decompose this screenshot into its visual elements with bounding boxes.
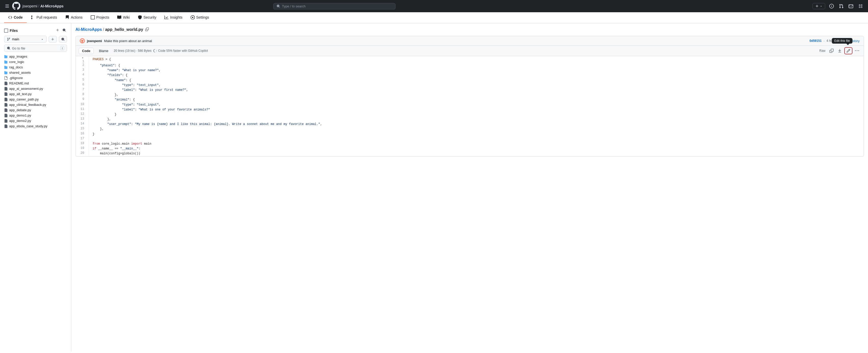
add-folder-button[interactable]: [49, 36, 57, 42]
github-logo: [12, 2, 21, 11]
tab-code[interactable]: Code: [4, 12, 27, 23]
more-options-button[interactable]: [854, 48, 861, 54]
file-app-career-path-label: app_career_path.py: [9, 97, 39, 101]
commit-message: Make this poem about an animal: [104, 39, 152, 43]
new-button[interactable]: [812, 3, 825, 9]
tab-insights[interactable]: Insights: [160, 12, 186, 23]
file-app-alt-text-label: app_alt_text.py: [9, 92, 32, 96]
search-key-badge: t: [60, 46, 64, 50]
table-row: 11 "label": "What is one of your favorit…: [76, 107, 864, 112]
code-table: ▾ 1 PHASES = { 2 "phase1": { 3 "name": "…: [76, 56, 864, 156]
tab-security[interactable]: Security: [134, 12, 160, 23]
table-row: 6 "type": "text_input",: [76, 83, 864, 88]
table-row: 12 }: [76, 112, 864, 117]
commit-avatar: [80, 38, 85, 43]
sidebar: Files main: [0, 23, 71, 351]
expand-button-1[interactable]: ▾: [81, 56, 84, 59]
table-row: 13 },: [76, 117, 864, 122]
download-button[interactable]: [836, 48, 843, 54]
sidebar-title: Files: [10, 29, 18, 33]
copy-path-icon[interactable]: [145, 28, 149, 32]
table-row: 10 "type": "text_input",: [76, 102, 864, 107]
repo-path: jswopemi / AI-MicroApps: [23, 4, 63, 8]
extensions-button[interactable]: [857, 3, 864, 9]
add-file-button[interactable]: [55, 27, 60, 34]
folder-shared-assets[interactable]: shared_assets: [2, 70, 69, 75]
sidebar-header: Files: [0, 27, 71, 36]
file-tree: app_images core_logic rag_docs shared_as…: [0, 54, 71, 129]
copy-raw-button[interactable]: [828, 48, 835, 54]
hamburger-button[interactable]: [4, 3, 10, 9]
table-row: 14 "user_prompt": "My name is {name} and…: [76, 122, 864, 127]
file-gitignore[interactable]: .gitignore: [2, 75, 69, 81]
tab-actions[interactable]: Actions: [61, 12, 87, 23]
file-app-ebola-case-study[interactable]: app_ebola_case_study.py: [2, 123, 69, 129]
repo-owner-link[interactable]: jswopemi: [23, 4, 37, 8]
search-bar[interactable]: Type / to search: [273, 3, 396, 9]
main-layout: Files main: [0, 23, 868, 351]
commit-author: jswopemi: [87, 39, 102, 43]
tab-wiki[interactable]: Wiki: [113, 12, 133, 23]
folder-core-logic[interactable]: core_logic: [2, 59, 69, 64]
tab-settings[interactable]: Settings: [187, 12, 213, 23]
table-row: 16 }: [76, 132, 864, 137]
search-file-bar[interactable]: Go to file t: [4, 45, 67, 52]
raw-button[interactable]: Raw: [818, 48, 827, 54]
table-row: ▾ 1 PHASES = {: [76, 56, 864, 63]
code-tab-button[interactable]: Code: [79, 48, 94, 54]
table-row: 5 "name": {: [76, 78, 864, 83]
file-app-clinical-feedback[interactable]: app_clinical_feedback.py: [2, 102, 69, 107]
commit-bar: jswopemi Make this poem about an animal …: [75, 36, 864, 46]
branch-selector: main: [4, 36, 67, 42]
issues-button[interactable]: [828, 3, 835, 9]
folder-rag-docs-label: rag_docs: [9, 65, 23, 69]
search-file-label: Go to file: [12, 47, 25, 50]
content: AI-MicroApps / app_hello_world.py jswope…: [71, 23, 868, 351]
breadcrumb-file: app_hello_world.py: [105, 27, 143, 32]
file-app-demo1-label: app_demo1.py: [9, 114, 31, 117]
search-sidebar-button[interactable]: [59, 36, 67, 42]
branch-name: main: [12, 37, 19, 41]
search-file-button[interactable]: [61, 27, 67, 34]
file-app-ai-assessment[interactable]: app_ai_assessment.py: [2, 86, 69, 91]
commit-time: ·: [824, 39, 825, 42]
file-readme-label: README.md: [9, 81, 29, 85]
pulls-button[interactable]: [838, 3, 844, 9]
branch-button[interactable]: main: [4, 36, 46, 42]
file-app-clinical-feedback-label: app_clinical_feedback.py: [9, 103, 46, 107]
folder-rag-docs[interactable]: rag_docs: [2, 64, 69, 70]
table-row: 19 if __name__ == "__main__":: [76, 146, 864, 151]
blame-tab-button[interactable]: Blame: [96, 48, 112, 54]
inbox-button[interactable]: [847, 3, 854, 9]
file-app-debate-label: app_debate.py: [9, 108, 31, 112]
file-readme[interactable]: README.md: [2, 81, 69, 86]
repo-tabs: Code Pull requests Actions Projects Wiki…: [0, 12, 868, 23]
file-app-demo1[interactable]: app_demo1.py: [2, 113, 69, 118]
file-gitignore-label: .gitignore: [9, 76, 23, 80]
file-app-demo2-label: app_demo2.py: [9, 119, 31, 123]
file-app-debate[interactable]: app_debate.py: [2, 107, 69, 113]
file-app-demo2[interactable]: app_demo2.py: [2, 118, 69, 123]
table-row: 20 main(config=globals()): [76, 151, 864, 156]
table-row: 2 "phase1": {: [76, 63, 864, 68]
code-toolbar: Code Blame 20 lines (19 loc) · 586 Bytes…: [75, 46, 864, 56]
table-row: 9 "animal": {: [76, 97, 864, 102]
code-content: ▾ 1 PHASES = { 2 "phase1": { 3 "name": "…: [75, 56, 864, 156]
file-app-ai-assessment-label: app_ai_assessment.py: [9, 87, 43, 91]
table-row: 18 from core_logic.main import main: [76, 142, 864, 146]
table-row: 15 },: [76, 127, 864, 131]
breadcrumb-repo-link[interactable]: AI-MicroApps: [75, 27, 102, 32]
table-row: 17: [76, 137, 864, 142]
tab-projects[interactable]: Projects: [87, 12, 114, 23]
commit-sha[interactable]: 0d59151: [809, 39, 822, 42]
file-app-alt-text[interactable]: app_alt_text.py: [2, 91, 69, 97]
file-app-career-path[interactable]: app_career_path.py: [2, 97, 69, 102]
search-placeholder: Type / to search: [282, 4, 306, 8]
edit-button-container: Edit this file: [844, 47, 852, 54]
repo-name-link[interactable]: AI-MicroApps: [40, 4, 63, 8]
folder-app-images[interactable]: app_images: [2, 54, 69, 59]
edit-file-button[interactable]: [844, 47, 852, 54]
tab-pull-requests[interactable]: Pull requests: [27, 12, 61, 23]
navbar-right: [812, 3, 864, 9]
navbar: jswopemi / AI-MicroApps Type / to search: [0, 0, 868, 12]
